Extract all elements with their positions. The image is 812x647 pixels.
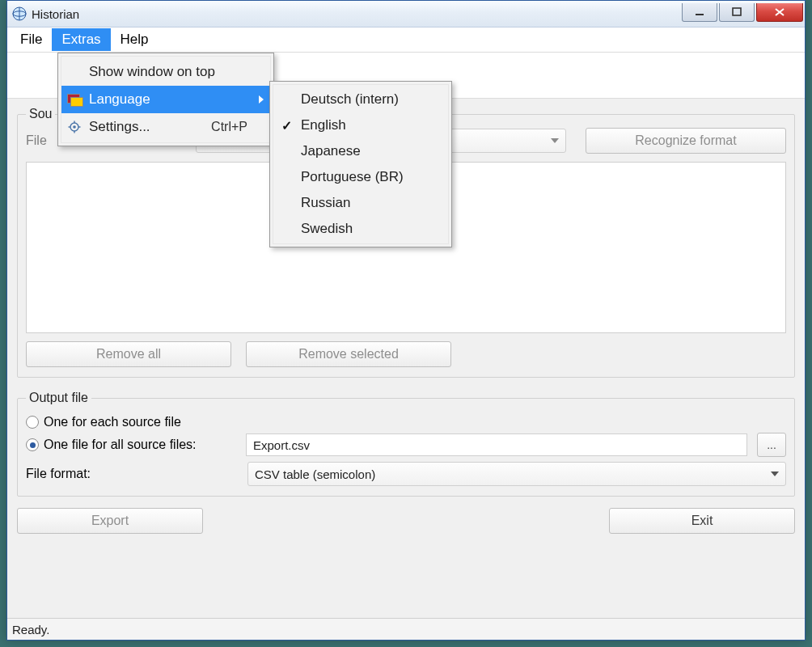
output-format-combo[interactable]: CSV table (semicolon) (247, 462, 786, 486)
settings-shortcut: Ctrl+P (211, 120, 247, 134)
radio-one-for-all-label: One file for all source files: (44, 438, 241, 452)
minimize-button[interactable] (682, 3, 717, 22)
window-title: Historian (32, 7, 79, 21)
output-format-value: CSV table (semicolon) (255, 467, 375, 481)
exit-button[interactable]: Exit (609, 508, 795, 534)
menu-extras[interactable]: Extras (52, 28, 110, 51)
language-option[interactable]: Japanese (273, 138, 448, 164)
language-option-label: Japanese (301, 143, 361, 159)
language-option-label: Russian (301, 195, 350, 211)
chevron-right-icon (259, 95, 264, 104)
remove-all-button[interactable]: Remove all (26, 341, 231, 367)
gear-icon (66, 121, 82, 133)
output-filename-input[interactable]: Export.csv (246, 433, 747, 456)
app-icon (12, 6, 27, 21)
radio-one-for-all[interactable] (26, 438, 39, 451)
menu-help[interactable]: Help (111, 28, 159, 51)
language-option[interactable]: Deutsch (intern) (273, 87, 448, 112)
menubar: File Extras Help (7, 27, 805, 53)
svg-point-5 (73, 125, 76, 129)
svg-rect-3 (733, 8, 741, 15)
export-button[interactable]: Export (17, 508, 203, 534)
menu-show-on-top[interactable]: Show window on top (61, 58, 270, 86)
language-submenu: Deutsch (intern)EnglishJapanesePortugues… (269, 81, 452, 247)
titlebar: Historian (7, 1, 805, 27)
svg-rect-2 (696, 14, 704, 15)
menu-settings[interactable]: Settings... Ctrl+P (61, 113, 270, 141)
language-option-label: Portuguese (BR) (301, 169, 404, 185)
window-controls (682, 3, 803, 21)
app-window: Historian File Extras Help Sou File (6, 0, 806, 641)
maximize-button[interactable] (719, 3, 755, 22)
language-option[interactable]: Swedish (273, 216, 448, 242)
chevron-down-icon (771, 472, 779, 476)
output-group: Output file One for each source file One… (17, 391, 795, 497)
extras-dropdown: Show window on top Language (57, 53, 274, 146)
output-legend: Output file (26, 391, 91, 405)
output-format-label: File format: (26, 467, 236, 481)
recognize-format-button[interactable]: Recognize format (586, 128, 786, 154)
close-button[interactable] (756, 3, 803, 22)
footer-buttons: Export Exit (17, 508, 795, 534)
flag-icon (66, 94, 82, 105)
browse-button[interactable]: ... (757, 433, 786, 457)
language-option-label: English (301, 117, 346, 133)
radio-one-per-file[interactable] (26, 416, 39, 429)
language-option[interactable]: English (273, 112, 448, 138)
radio-one-per-file-label: One for each source file (44, 415, 181, 429)
chevron-down-icon (551, 138, 559, 143)
menu-file[interactable]: File (11, 28, 52, 51)
language-option-label: Swedish (301, 221, 353, 237)
status-text: Ready. (12, 623, 49, 636)
language-option[interactable]: Portuguese (BR) (273, 164, 448, 190)
language-option[interactable]: Russian (273, 190, 448, 216)
menu-language[interactable]: Language (61, 86, 270, 113)
remove-selected-button[interactable]: Remove selected (246, 341, 451, 367)
statusbar: Ready. (7, 618, 805, 640)
language-option-label: Deutsch (intern) (301, 91, 399, 108)
source-legend: Sou (26, 107, 55, 121)
